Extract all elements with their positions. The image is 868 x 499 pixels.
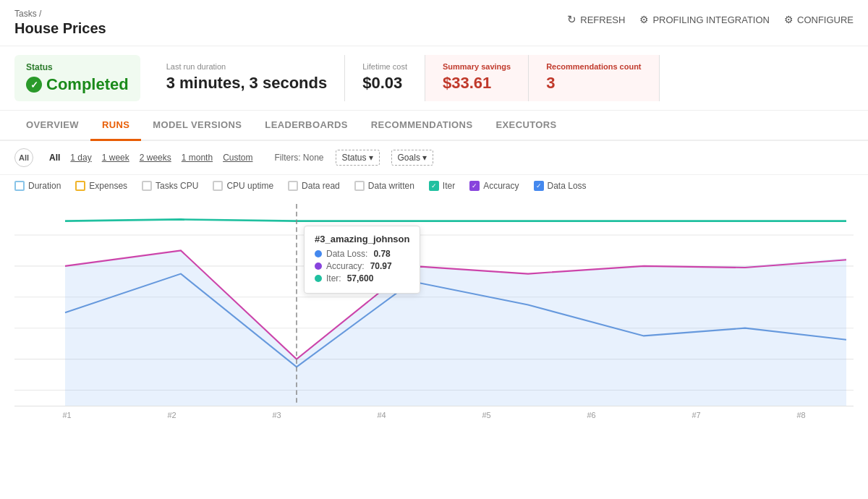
- time-filter-all[interactable]: All: [45, 151, 64, 164]
- chart-container: #3_amazing_johnson Data Loss: 0.78 Accur…: [0, 197, 868, 435]
- x-axis: #1 #2 #3 #4 #5 #6 #7 #8: [14, 406, 854, 419]
- legend-accuracy[interactable]: ✓ Accuracy: [469, 181, 519, 191]
- duration-checkbox[interactable]: [14, 181, 25, 191]
- tab-overview[interactable]: OVERVIEW: [14, 111, 90, 141]
- time-filters: All 1 day 1 week 2 weeks 1 month Custom: [45, 151, 257, 164]
- configure-button[interactable]: ⚙ CONFIGURE: [784, 14, 854, 25]
- lifetime-cost-card: Lifetime cost $0.03: [345, 55, 425, 101]
- legend-data-read[interactable]: Data read: [288, 181, 340, 191]
- goals-dropdown[interactable]: Goals ▾: [391, 150, 433, 166]
- profiling-integration-button[interactable]: ⚙ PROFILING INTEGRATION: [639, 14, 770, 25]
- gear-icon: ⚙: [639, 14, 649, 25]
- chart-legend: Duration Expenses Tasks CPU CPU uptime D…: [0, 175, 868, 197]
- toolbar: All All 1 day 1 week 2 weeks 1 month Cus…: [0, 141, 868, 175]
- svg-marker-6: [65, 250, 846, 406]
- x-label-6: #6: [539, 411, 644, 419]
- x-label-5: #5: [434, 411, 539, 419]
- x-label-1: #1: [14, 411, 119, 419]
- accuracy-checkbox[interactable]: ✓: [469, 181, 480, 191]
- gear-icon: ⚙: [784, 14, 793, 25]
- recommendations-count-card: Recommendations count 3: [529, 55, 659, 101]
- data-read-checkbox[interactable]: [288, 181, 298, 191]
- legend-data-loss[interactable]: ✓ Data Loss: [534, 181, 587, 191]
- status-dropdown[interactable]: Status ▾: [336, 150, 380, 166]
- iter-checkbox[interactable]: ✓: [429, 181, 439, 191]
- all-badge[interactable]: All: [14, 148, 33, 167]
- time-filter-2weeks[interactable]: 2 weeks: [135, 151, 176, 164]
- tabs-nav: OVERVIEW RUNS MODEL VERSIONS LEADERBOARD…: [0, 111, 868, 141]
- tab-runs[interactable]: RUNS: [90, 111, 141, 141]
- cpu-uptime-checkbox[interactable]: [213, 181, 223, 191]
- time-filter-1month[interactable]: 1 month: [177, 151, 217, 164]
- tasks-cpu-checkbox[interactable]: [142, 181, 152, 191]
- chevron-down-icon: ▾: [422, 153, 427, 163]
- x-label-2: #2: [119, 411, 224, 419]
- data-loss-checkbox[interactable]: ✓: [534, 181, 544, 191]
- refresh-icon: ↻: [567, 13, 576, 26]
- time-filter-1day[interactable]: 1 day: [66, 151, 95, 164]
- status-value: Completed: [46, 75, 129, 94]
- tab-executors[interactable]: EXECUTORS: [484, 111, 568, 141]
- status-card: Status ✓ Completed: [14, 55, 140, 101]
- data-written-checkbox[interactable]: [354, 181, 365, 191]
- legend-iter[interactable]: ✓ Iter: [429, 181, 455, 191]
- last-run-card: Last run duration 3 minutes, 3 seconds: [149, 55, 346, 101]
- legend-tasks-cpu[interactable]: Tasks CPU: [142, 181, 198, 191]
- chart-area: #3_amazing_johnson Data Loss: 0.78 Accur…: [14, 204, 854, 406]
- summary-savings-card: Summary savings $33.61: [425, 55, 529, 101]
- legend-data-written[interactable]: Data written: [354, 181, 414, 191]
- legend-expenses[interactable]: Expenses: [75, 181, 127, 191]
- tab-recommendations[interactable]: RECOMMENDATIONS: [359, 111, 485, 141]
- legend-duration[interactable]: Duration: [14, 181, 61, 191]
- legend-cpu-uptime[interactable]: CPU uptime: [213, 181, 273, 191]
- check-icon: ✓: [26, 77, 42, 93]
- time-filter-custom[interactable]: Custom: [218, 151, 257, 164]
- chevron-down-icon: ▾: [369, 153, 373, 163]
- tab-leaderboards[interactable]: LEADERBOARDS: [253, 111, 359, 141]
- expenses-checkbox[interactable]: [75, 181, 85, 191]
- x-label-8: #8: [749, 411, 854, 419]
- tab-model-versions[interactable]: MODEL VERSIONS: [141, 111, 253, 141]
- filters-label: Filters: None: [274, 153, 323, 163]
- x-label-4: #4: [329, 411, 434, 419]
- time-filter-1week[interactable]: 1 week: [98, 151, 134, 164]
- refresh-button[interactable]: ↻ REFRESH: [567, 13, 625, 26]
- x-label-3: #3: [224, 411, 329, 419]
- chart-svg: [14, 204, 854, 406]
- x-label-7: #7: [644, 411, 749, 419]
